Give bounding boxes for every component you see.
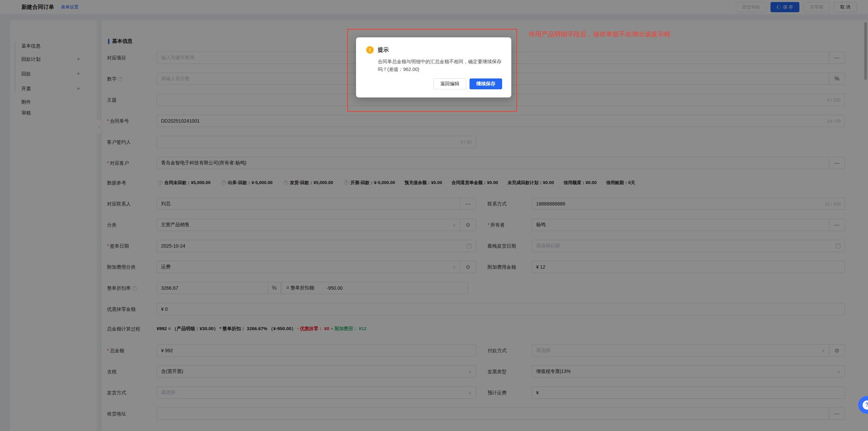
confirm-dialog: ! 提示 合同单总金额与明细中的汇总金额不相同，确定要继续保存吗？(差值：962… <box>356 37 511 97</box>
continue-save-label: 继续保存 <box>476 81 495 87</box>
dialog-header: ! 提示 <box>366 46 389 54</box>
annotation-note: 停用产品明细字段后，保存单据不在弹出该提示框 <box>529 30 671 39</box>
continue-save-button[interactable]: 继续保存 <box>470 78 502 89</box>
warning-icon: ! <box>366 46 374 54</box>
back-to-edit-button[interactable]: 返回编辑 <box>433 78 466 89</box>
page: 新建合同订单 表单设置 提交审核 保 存 存草稿 取 消 基本信息 回款计划+ … <box>0 0 868 431</box>
back-to-edit-label: 返回编辑 <box>440 81 459 87</box>
dialog-title: 提示 <box>378 47 389 54</box>
dialog-actions: 返回编辑 继续保存 <box>433 78 502 89</box>
dialog-message: 合同单总金额与明细中的汇总金额不相同，确定要继续保存吗？(差值：962.00) <box>378 58 504 73</box>
help-icon: ? <box>863 400 868 410</box>
